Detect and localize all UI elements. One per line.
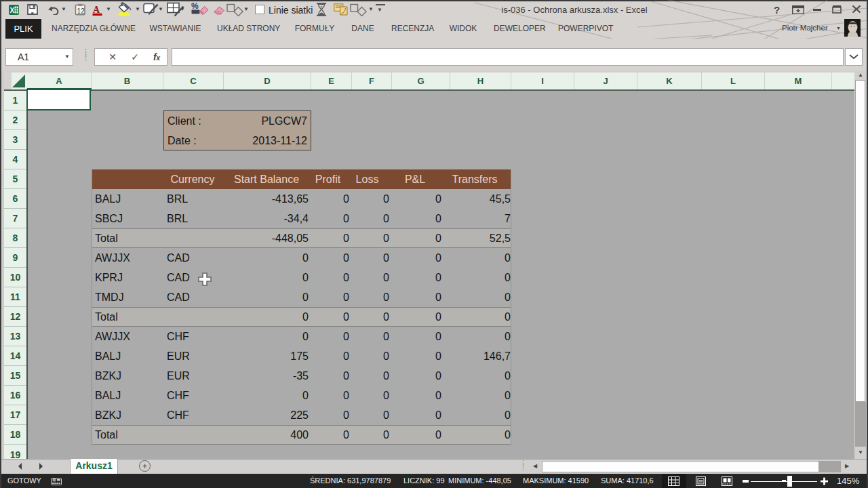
svg-text:12: 12	[77, 7, 85, 15]
svg-text:A: A	[93, 5, 100, 15]
svg-text:%: %	[191, 1, 199, 11]
svg-text:X: X	[10, 7, 15, 14]
